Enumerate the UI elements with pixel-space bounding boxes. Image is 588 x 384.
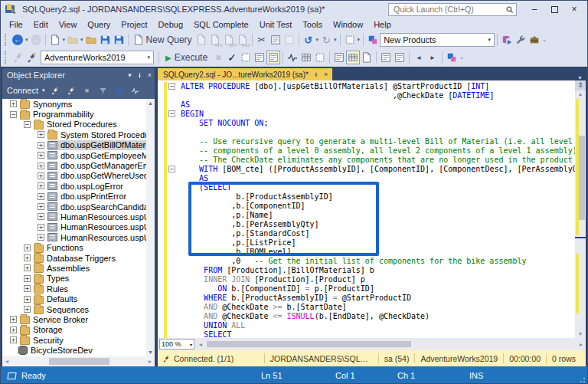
tree-row[interactable]: + Defaults <box>2 294 155 304</box>
paste-button[interactable] <box>283 33 296 47</box>
tab-list-caret[interactable]: ▼ <box>577 75 586 80</box>
stop-button[interactable]: ■ <box>81 84 93 97</box>
xmla-query-button[interactable]: XMLA <box>236 33 250 47</box>
quick-launch-input[interactable] <box>394 5 505 14</box>
tree-row[interactable]: + HumanResources.uspUpdateE <box>2 232 155 242</box>
uncomment-button[interactable] <box>393 51 407 64</box>
options-button[interactable] <box>514 33 528 47</box>
editor-vertical-scrollbar[interactable]: ⇕ ▲ ▼ <box>575 80 586 338</box>
tree-row[interactable]: + Service Broker <box>2 314 155 324</box>
change-connection-button[interactable] <box>24 51 38 64</box>
tree-row[interactable]: + dbo.uspPrintError <box>2 192 155 202</box>
results-to-file-button[interactable] <box>360 51 374 64</box>
quick-launch[interactable] <box>388 3 517 16</box>
expand-toggle[interactable]: + <box>38 193 44 200</box>
tree-row[interactable]: + System Stored Procedures <box>2 130 155 139</box>
editor-scroll-right-icon[interactable]: ► <box>577 342 586 347</box>
maximize-button[interactable] <box>544 2 564 16</box>
intellisense-button[interactable] <box>313 51 327 64</box>
products-combo[interactable]: New Products ▾ <box>380 33 495 47</box>
execute-on-database-button[interactable] <box>500 33 514 47</box>
tree-row[interactable]: + HumanResources.uspUpdateE <box>2 212 155 222</box>
editor-vscroll-thumb[interactable] <box>579 136 585 220</box>
database-combo[interactable]: AdventureWorks2019 ▾ <box>41 51 154 64</box>
selection-tool-button[interactable] <box>343 33 357 47</box>
menu-item[interactable]: Tools <box>297 18 328 31</box>
tree-row[interactable]: + dbo.uspSearchCandidateResu <box>2 202 155 212</box>
tree-row[interactable]: + dbo.uspGetWhereUsedProdu <box>2 171 155 181</box>
tree-row[interactable]: + Types <box>2 274 155 284</box>
live-query-stats-button[interactable] <box>286 51 299 64</box>
tree-row[interactable]: + dbo.uspGetEmployeeManage <box>2 150 155 160</box>
toolbar-grip[interactable] <box>5 34 8 46</box>
resize-grip[interactable] <box>578 376 586 383</box>
expand-toggle[interactable]: − <box>24 121 31 128</box>
fold-toggle[interactable]: − <box>168 83 175 90</box>
expand-toggle[interactable]: − <box>10 111 17 118</box>
scroll-right-icon[interactable]: ► <box>145 359 155 364</box>
toolbar2-overflow[interactable]: ⌄ <box>459 54 465 61</box>
tree-row[interactable]: + Sequences <box>2 304 155 314</box>
sqlcmd-mode-button[interactable] <box>445 51 459 64</box>
tab-close-icon[interactable]: × <box>324 71 328 78</box>
client-statistics-button[interactable] <box>299 51 313 64</box>
filter-button[interactable] <box>97 84 109 97</box>
tree-row[interactable]: + HumanResources.uspUpdateE <box>2 222 155 232</box>
split-editor-handle[interactable]: ⇕ <box>575 80 586 90</box>
save-all-button[interactable] <box>112 33 126 47</box>
expand-toggle[interactable]: + <box>38 172 44 179</box>
tree-row[interactable]: + dbo.uspGetBillOfMaterials <box>2 140 155 150</box>
expand-toggle[interactable]: + <box>38 152 44 159</box>
expand-toggle[interactable]: + <box>38 213 44 220</box>
increase-indent-button[interactable]: ► <box>426 51 439 64</box>
tree-row[interactable]: + Security <box>2 335 155 345</box>
navigate-forward-button[interactable]: → <box>29 33 43 47</box>
expand-toggle[interactable]: + <box>24 306 31 313</box>
minimize-button[interactable]: – <box>524 2 544 16</box>
editor-scroll-down-icon[interactable]: ▼ <box>575 330 586 338</box>
new-query-button[interactable]: New Query <box>131 33 194 47</box>
expand-toggle[interactable]: + <box>10 100 17 107</box>
tree-row[interactable]: + Rules <box>2 284 155 294</box>
tree-row[interactable]: − Stored Procedures <box>2 120 155 130</box>
connect-plug-button[interactable] <box>49 84 61 97</box>
menu-item[interactable]: Edit <box>28 18 54 31</box>
dmx-query-button[interactable]: DMX <box>222 33 236 47</box>
expand-toggle[interactable]: + <box>10 327 17 333</box>
disconnect-button[interactable] <box>65 84 77 97</box>
tree-horizontal-scrollbar[interactable]: ◄ ► <box>2 356 155 366</box>
tree-row[interactable]: + Database Triggers <box>2 253 155 263</box>
parse-button[interactable]: ✓ <box>225 51 239 64</box>
query-options-button[interactable] <box>253 51 266 64</box>
window-position-caret-icon[interactable]: ▾ <box>128 71 132 79</box>
scroll-down-icon[interactable]: ▼ <box>148 350 153 355</box>
connect-caret[interactable]: ▾ <box>42 87 45 94</box>
redo-button[interactable]: ↻ <box>319 33 333 47</box>
selection-dropdown-caret[interactable]: ▾ <box>357 37 361 43</box>
execute-button[interactable]: ▶ Execute <box>162 51 211 64</box>
expand-toggle[interactable]: + <box>38 131 44 138</box>
expand-toggle[interactable]: + <box>38 162 44 169</box>
tree-row[interactable]: + dbo.uspGetManagerEmploye <box>2 160 155 170</box>
connect-button[interactable]: Connect <box>7 86 38 95</box>
expand-toggle[interactable]: + <box>38 142 44 149</box>
panel-close-icon[interactable]: × <box>148 71 152 79</box>
expand-toggle[interactable]: + <box>24 264 31 271</box>
expand-toggle[interactable]: + <box>24 245 31 251</box>
toolbar-grip-2[interactable] <box>5 51 8 64</box>
editor-scroll-up-icon[interactable]: ▲ <box>575 90 586 98</box>
object-explorer-header[interactable]: Object Explorer ▾ × <box>2 68 155 82</box>
expand-toggle[interactable]: + <box>24 275 31 282</box>
include-actual-plan-button[interactable] <box>266 51 280 64</box>
tree-row[interactable]: BicycleStoreDev <box>2 345 155 355</box>
editor-scroll-left-icon[interactable]: ◄ <box>196 342 205 347</box>
results-to-grid-button[interactable] <box>346 51 360 64</box>
tree-row[interactable]: + Assemblies <box>2 263 155 273</box>
expand-toggle[interactable]: + <box>38 203 44 210</box>
tab-pin-icon[interactable] <box>313 71 319 78</box>
comment-button[interactable] <box>379 51 393 64</box>
decrease-indent-button[interactable]: ◄ <box>412 51 426 64</box>
tree-row[interactable]: + Storage <box>2 325 155 335</box>
open-file-button[interactable] <box>84 33 98 47</box>
copy-button[interactable] <box>269 33 283 47</box>
